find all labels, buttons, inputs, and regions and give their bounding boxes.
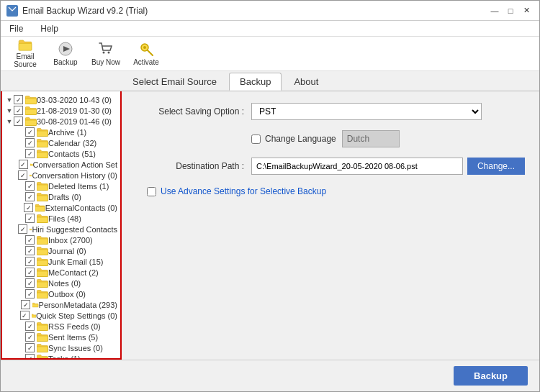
toolbar-buy-now[interactable]: Buy Now xyxy=(87,40,125,68)
tree-checkbox[interactable] xyxy=(25,181,35,191)
tree-item[interactable]: MeContact (2) xyxy=(4,267,119,278)
tree-checkbox[interactable] xyxy=(25,343,35,352)
tree-item[interactable]: Calendar (32) xyxy=(4,137,119,148)
folder-icon xyxy=(37,279,48,288)
title-bar: Email Backup Wizard v9.2 (Trial) — □ ✕ xyxy=(1,1,539,21)
tree-item-label: Files (48) xyxy=(48,214,81,223)
language-input[interactable] xyxy=(342,130,400,147)
tree-item[interactable]: Inbox (2700) xyxy=(4,234,119,245)
menu-file[interactable]: File xyxy=(6,22,26,35)
tree-item[interactable]: Drafts (0) xyxy=(4,191,119,202)
maximize-button[interactable]: □ xyxy=(503,4,518,17)
tree-item[interactable]: Quick Step Settings (0) xyxy=(4,310,119,321)
tree-item[interactable]: Conversation History (0) xyxy=(4,170,119,181)
email-source-tree[interactable]: ▼03-03-2020 10-43 (0)▼21-08-2019 01-30 (… xyxy=(1,91,122,360)
tree-checkbox[interactable] xyxy=(14,95,23,104)
toolbar-activate[interactable]: Activate xyxy=(127,40,165,68)
tree-item[interactable]: Archive (1) xyxy=(4,127,119,137)
tree-item[interactable]: Tasks (1) xyxy=(4,353,119,360)
tree-item[interactable]: Contacts (51) xyxy=(4,148,119,159)
svg-rect-18 xyxy=(37,196,48,201)
tab-select-email-source[interactable]: Select Email Source xyxy=(122,73,228,91)
tree-checkbox[interactable] xyxy=(19,160,28,169)
tree-item-label: Contacts (51) xyxy=(48,150,96,158)
tree-checkbox[interactable] xyxy=(18,170,27,180)
toolbar-email-source[interactable]: Email Source xyxy=(6,40,44,68)
minimize-button[interactable]: — xyxy=(487,4,502,17)
advance-settings-checkbox[interactable] xyxy=(147,187,156,196)
folder-icon xyxy=(37,128,48,137)
tree-item-label: Deleted Items (1) xyxy=(48,182,109,191)
tree-checkbox[interactable] xyxy=(25,268,35,277)
tree-item[interactable]: PersonMetadata (293) xyxy=(4,299,119,310)
toolbar: Email Source Backup Buy Now Activate xyxy=(1,37,539,71)
tree-item[interactable]: Journal (0) xyxy=(4,245,119,256)
svg-rect-13 xyxy=(37,142,48,147)
toolbar-email-source-label: Email Source xyxy=(6,53,44,68)
backup-button[interactable]: Backup xyxy=(454,366,528,386)
change-button[interactable]: Change... xyxy=(467,158,525,175)
tab-about[interactable]: About xyxy=(283,73,329,91)
folder-icon xyxy=(25,96,37,104)
tree-checkbox[interactable] xyxy=(25,257,35,266)
tree-checkbox[interactable] xyxy=(18,224,27,234)
tree-item[interactable]: Conversation Action Set xyxy=(4,159,119,170)
tree-checkbox[interactable] xyxy=(25,354,35,360)
tree-expander[interactable]: ▼ xyxy=(5,107,14,114)
folder-icon xyxy=(37,290,48,298)
tree-checkbox[interactable] xyxy=(25,149,35,158)
tree-item[interactable]: Sent Items (5) xyxy=(4,332,119,342)
tree-checkbox[interactable] xyxy=(25,322,35,331)
menu-help[interactable]: Help xyxy=(37,22,61,35)
svg-rect-1 xyxy=(19,43,32,50)
tree-checkbox[interactable] xyxy=(25,289,35,298)
key-icon xyxy=(138,41,154,57)
tree-item[interactable]: Outbox (0) xyxy=(4,288,119,299)
tree-checkbox[interactable] xyxy=(25,127,35,137)
main-content: ▼03-03-2020 10-43 (0)▼21-08-2019 01-30 (… xyxy=(1,91,539,360)
tree-item-label: Hiri Suggested Contacts xyxy=(32,225,117,234)
svg-rect-9 xyxy=(25,99,37,104)
save-option-dropdown[interactable]: PST MBOX EML MSG PDF HTML xyxy=(251,103,482,120)
close-button[interactable]: ✕ xyxy=(519,4,534,17)
svg-rect-27 xyxy=(37,293,48,298)
svg-rect-23 xyxy=(37,250,48,255)
tab-backup[interactable]: Backup xyxy=(229,73,282,91)
tree-checkbox[interactable] xyxy=(25,214,35,223)
tree-checkbox[interactable] xyxy=(24,203,33,212)
tree-item[interactable]: ▼21-08-2019 01-30 (0) xyxy=(4,105,119,116)
change-language-checkbox[interactable] xyxy=(251,135,261,144)
tree-item[interactable]: ▼03-03-2020 10-43 (0) xyxy=(4,94,119,105)
tree-item-label: Archive (1) xyxy=(48,128,86,137)
tree-item[interactable]: Hiri Suggested Contacts xyxy=(4,224,119,234)
tree-item[interactable]: ExternalContacts (0) xyxy=(4,202,119,213)
tree-checkbox[interactable] xyxy=(25,278,35,288)
tree-checkbox[interactable] xyxy=(25,192,35,201)
folder-icon xyxy=(25,117,37,126)
folder-icon xyxy=(37,139,48,147)
tree-item[interactable]: RSS Feeds (0) xyxy=(4,321,119,332)
tree-item[interactable]: ▼30-08-2019 01-46 (0) xyxy=(4,116,119,127)
tree-expander[interactable]: ▼ xyxy=(5,118,14,125)
tree-expander[interactable]: ▼ xyxy=(5,96,14,104)
tree-item[interactable]: Deleted Items (1) xyxy=(4,181,119,191)
tree-checkbox[interactable] xyxy=(25,235,35,245)
main-window: Email Backup Wizard v9.2 (Trial) — □ ✕ F… xyxy=(0,0,540,392)
svg-point-4 xyxy=(103,52,105,54)
tree-checkbox[interactable] xyxy=(21,300,30,309)
toolbar-backup[interactable]: Backup xyxy=(47,40,84,68)
tree-checkbox[interactable] xyxy=(14,117,23,126)
tree-checkbox[interactable] xyxy=(20,311,30,320)
svg-rect-26 xyxy=(37,282,48,288)
tree-item[interactable]: Junk Email (15) xyxy=(4,256,119,267)
tree-item[interactable]: Notes (0) xyxy=(4,278,119,288)
tree-item[interactable]: Files (48) xyxy=(4,213,119,224)
folder-icon xyxy=(37,344,48,352)
tree-checkbox[interactable] xyxy=(25,138,35,147)
tree-checkbox[interactable] xyxy=(25,246,35,255)
tree-checkbox[interactable] xyxy=(25,332,35,342)
destination-path-input[interactable] xyxy=(251,158,463,175)
tree-checkbox[interactable] xyxy=(14,106,23,115)
tree-item[interactable]: Sync Issues (0) xyxy=(4,342,119,353)
svg-point-5 xyxy=(108,52,110,54)
